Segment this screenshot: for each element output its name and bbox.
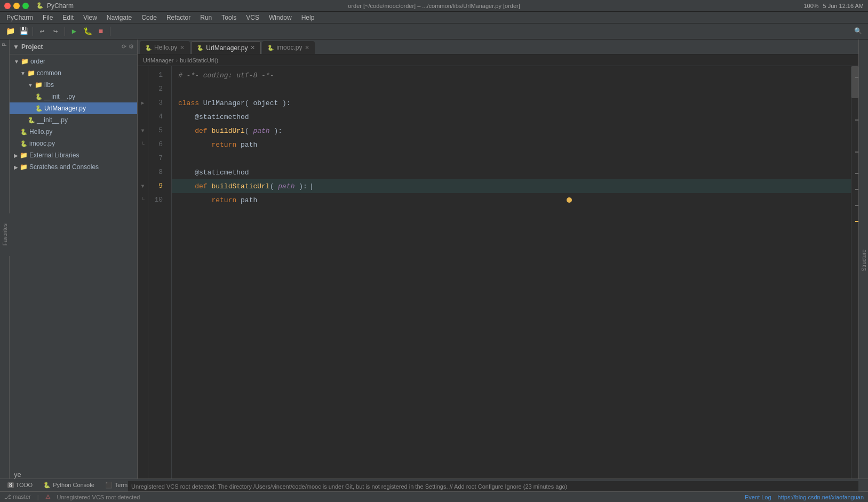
- gear-icon[interactable]: ⚙: [129, 43, 134, 50]
- git-status: ⎇ master: [4, 493, 31, 500]
- breadcrumb-method[interactable]: buildStaticUrl(): [180, 57, 218, 63]
- menu-pycharm[interactable]: PyCharm: [2, 13, 37, 22]
- tab-url-label: UrlManager.py: [206, 44, 248, 52]
- status-right: Event Log https://blog.csdn.net/xiaofang…: [745, 494, 864, 500]
- menu-code[interactable]: Code: [137, 13, 161, 22]
- bottom-tab-todo[interactable]: 8 TODO: [3, 481, 37, 489]
- project-icon[interactable]: P: [2, 43, 7, 46]
- tab-url-close[interactable]: ✕: [250, 44, 255, 51]
- menu-tools[interactable]: Tools: [217, 13, 241, 22]
- python-console-icon: 🐍: [43, 482, 51, 489]
- menu-navigate[interactable]: Navigate: [102, 13, 136, 22]
- toolbar-sep1: [33, 27, 33, 36]
- menu-run[interactable]: Run: [196, 13, 216, 22]
- code-line-4: @staticmethod: [172, 110, 851, 124]
- folder-icon: 📁: [21, 58, 29, 65]
- python-console-label: Python Console: [53, 482, 94, 488]
- tree-item-ext-libs[interactable]: ▶ 📁 External Libraries: [10, 149, 137, 161]
- tree-item-init-common[interactable]: 🐍 __init__.py: [10, 114, 137, 126]
- todo-number: 8: [7, 482, 14, 488]
- tree-item-init-libs[interactable]: 🐍 __init__.py: [10, 91, 137, 102]
- tree-label-libs: libs: [44, 81, 54, 89]
- tab-url-icon: 🐍: [197, 45, 203, 51]
- linenum-7: 7: [148, 152, 167, 165]
- tab-hello-close[interactable]: ✕: [180, 44, 185, 51]
- code-line-3: class UrlManager ( object ):: [172, 96, 851, 110]
- traffic-lights: [4, 3, 29, 9]
- menu-refactor[interactable]: Refactor: [162, 13, 195, 22]
- toolbar-undo-btn[interactable]: ↩: [36, 26, 48, 37]
- tree-item-hello[interactable]: 🐍 Hello.py: [10, 126, 137, 138]
- structure-label[interactable]: Structure: [861, 249, 866, 271]
- csdn-link[interactable]: https://blog.csdn.net/xiaofanguan: [778, 494, 864, 500]
- tab-imooc[interactable]: 🐍 imooc.py ✕: [262, 41, 315, 54]
- code-editor[interactable]: 🐍 Hello.py ✕ 🐍 UrlManager.py ✕ 🐍 imooc.p…: [138, 39, 858, 481]
- minimize-button[interactable]: [13, 3, 20, 9]
- menu-vcs[interactable]: VCS: [242, 13, 264, 22]
- scroll-thumb[interactable]: [851, 66, 858, 98]
- breadcrumb-sep: ›: [176, 57, 178, 63]
- menu-view[interactable]: View: [79, 13, 101, 22]
- notification-bar: Unregistered VCS root detected: The dire…: [128, 481, 858, 491]
- breadcrumb-file[interactable]: UrlManager: [143, 57, 173, 63]
- linenum-10: 10: [148, 193, 167, 207]
- tab-hello-label: Hello.py: [154, 44, 177, 51]
- linenum-2: 2: [148, 82, 167, 96]
- project-header-icons: ⟳ ⚙: [122, 43, 134, 50]
- editor-body[interactable]: ▶ ▼ └ ▼: [138, 66, 858, 481]
- py-icon: 🐍: [35, 93, 43, 100]
- tree-item-urlmanager[interactable]: 🐍 UrlManager.py: [10, 102, 137, 114]
- editor-gutter: ▶ ▼ └ ▼: [138, 66, 148, 481]
- linenum-8: 8: [148, 165, 167, 179]
- structure-panel: Structure: [858, 39, 868, 481]
- menu-window[interactable]: Window: [265, 13, 296, 22]
- close-button[interactable]: [4, 3, 11, 9]
- tab-urlmanager[interactable]: 🐍 UrlManager.py ✕: [191, 41, 261, 54]
- tree-label-scratches: Scratches and Consoles: [29, 163, 99, 171]
- toolbar-save-btn[interactable]: 💾: [18, 26, 29, 37]
- gutter-4: [138, 110, 148, 124]
- menu-file[interactable]: File: [38, 13, 57, 22]
- project-header: ▼ Project ⟳ ⚙: [10, 39, 137, 54]
- sync-icon[interactable]: ⟳: [122, 43, 126, 50]
- top-bar-left: 🐍 PyCharm: [4, 2, 74, 10]
- bottom-tab-python-console[interactable]: 🐍 Python Console: [39, 481, 99, 490]
- linenum-9: 9: [148, 179, 167, 193]
- tree-label-init2: __init__.py: [37, 116, 68, 124]
- toolbar-search-btn[interactable]: 🔍: [852, 26, 864, 37]
- event-log-link[interactable]: Event Log: [745, 494, 771, 500]
- vcs-msg-short: Unregistered VCS root detected: [57, 494, 140, 500]
- tab-hello[interactable]: 🐍 Hello.py ✕: [140, 41, 190, 54]
- text-cursor: |: [309, 182, 314, 190]
- tab-imooc-label: imooc.py: [276, 44, 302, 51]
- battery-status: 100%: [803, 3, 818, 9]
- menu-help[interactable]: Help: [297, 13, 319, 22]
- tab-bar: 🐍 Hello.py ✕ 🐍 UrlManager.py ✕ 🐍 imooc.p…: [138, 39, 858, 54]
- tree-item-order[interactable]: ▼ 📁 order: [10, 55, 137, 67]
- code-content[interactable]: # -*- coding: utf-8 -*- class UrlManager…: [172, 66, 851, 481]
- toolbar-folder-btn[interactable]: 📁: [4, 26, 16, 37]
- tab-imooc-close[interactable]: ✕: [305, 44, 309, 51]
- toolbar: 📁 💾 ↩ ↪ ▶ 🐛 ■ 🔍: [0, 23, 868, 39]
- toolbar-stop-btn[interactable]: ■: [95, 26, 107, 37]
- py-icon: 🐍: [20, 140, 28, 147]
- maximize-button[interactable]: [22, 3, 29, 9]
- toolbar-debug-btn[interactable]: 🐛: [82, 26, 93, 37]
- tree-item-libs[interactable]: ▼ 📁 libs: [10, 79, 137, 91]
- status-bar: ⎇ master | ⚠ Unregistered VCS root detec…: [0, 491, 868, 502]
- project-label[interactable]: Project: [21, 43, 43, 51]
- toolbar-sep3: [110, 27, 110, 36]
- tree-item-common[interactable]: ▼ 📁 common: [10, 67, 137, 79]
- tree-item-scratches[interactable]: ▶ 📁 Scratches and Consoles: [10, 161, 137, 173]
- toolbar-redo-btn[interactable]: ↪: [50, 26, 61, 37]
- left-side-icons: P: [0, 39, 10, 481]
- toolbar-run-btn[interactable]: ▶: [68, 26, 80, 37]
- code-line-8: @staticmethod: [172, 165, 851, 179]
- menu-edit[interactable]: Edit: [58, 13, 78, 22]
- tree-item-imooc[interactable]: 🐍 imooc.py: [10, 138, 137, 149]
- code-line-7: [172, 152, 851, 165]
- gutter-7: [138, 152, 148, 165]
- code-line-9: def buildStaticUrl ( path ): |: [172, 179, 851, 193]
- expand-icon: ▼: [14, 59, 19, 65]
- py-icon: 🐍: [20, 129, 28, 136]
